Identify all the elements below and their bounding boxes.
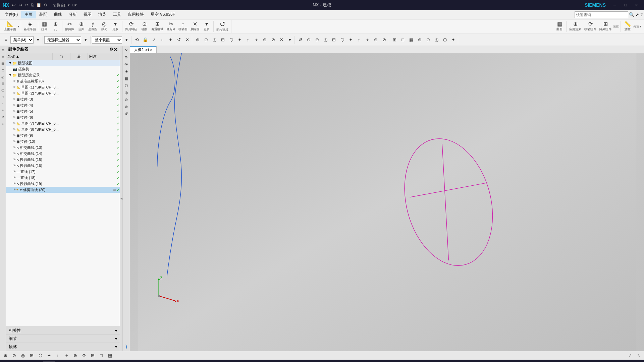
sel5[interactable]: ⬡ (227, 36, 235, 44)
window-btn[interactable]: □▾ (72, 3, 77, 7)
menu-appmodule[interactable]: 应用模块 (124, 11, 147, 18)
close-btn[interactable]: ✕ (631, 2, 641, 8)
hole-btn[interactable]: ⊕ 孔 (50, 21, 61, 32)
tree-extrude-9[interactable]: 👁 ▦ 拉伸 (9) ✓ (6, 132, 120, 138)
shell-btn[interactable]: ◎ 抽壳 (99, 21, 110, 32)
tree-project-16[interactable]: 👁 ∿ 投影曲线 (16) ✓ (6, 163, 120, 169)
left-icon-8[interactable]: ✦ (0, 94, 6, 100)
vw2[interactable]: ⊙ (305, 36, 313, 44)
tree-datum-csys[interactable]: 👁 ⊕ 基准坐标系 (0) ✓ (6, 78, 120, 84)
menu-expand[interactable]: ▾ (34, 36, 42, 44)
tree-extrude-6[interactable]: 👁 ▦ 拉伸 (6) ✓ (6, 114, 120, 120)
copy-btn[interactable]: ⎘ (31, 3, 34, 7)
filter-expand[interactable]: ▾ (82, 36, 90, 44)
vw4[interactable]: ◎ (321, 36, 329, 44)
undo-btn[interactable]: ↩ (12, 2, 16, 8)
snap7[interactable]: ✕ (183, 36, 191, 44)
tree-camera[interactable]: 📷 摄像机 (6, 66, 120, 72)
redo-btn[interactable]: ↪ (18, 2, 22, 8)
bot-icon-7[interactable]: ↑ (54, 352, 62, 360)
more-btn[interactable]: ▾ 更多 (110, 21, 121, 32)
tree-extrude-4[interactable]: 👁 ▦ 拉伸 (4) ✓ (6, 102, 120, 108)
bot-icon-1[interactable]: ⊕ (1, 352, 9, 360)
left-icon-2[interactable]: ◈ (0, 54, 6, 59)
pattern-feat-btn[interactable]: ⟳ 阵列特征 (124, 21, 139, 32)
left-icon-12[interactable]: ⊕ (0, 121, 6, 126)
assembly-select[interactable]: 整个装配 (92, 36, 122, 44)
menu-tools[interactable]: 工具 (110, 11, 124, 18)
sketch-expand[interactable]: ▾ (18, 25, 19, 28)
rnd4[interactable]: ⊕ (416, 36, 424, 44)
direct-sketch-btn[interactable]: 📐 直接草图 (3, 21, 17, 32)
filter-select[interactable]: 无选择过滤器 (44, 36, 81, 44)
menu-curve[interactable]: 曲线 (51, 11, 65, 18)
tree-sketch-2[interactable]: 👁 📐 草图 (2) *SKETCH_0... ✓ (6, 90, 120, 96)
tree-sketch-7[interactable]: 👁 📐 草图 (7) *SKETCH_0... ✓ (6, 120, 120, 126)
combine-btn[interactable]: ⊕ 合并 (76, 21, 87, 32)
tree-project-19[interactable]: 👁 ∿ 投影曲线 (19) ✓ (6, 181, 120, 187)
menu-view[interactable]: 视图 (80, 11, 95, 18)
vp-resize-2[interactable]: ⤡ (635, 352, 643, 360)
delete-face-btn[interactable]: ✕ 删除面 (189, 21, 201, 32)
side-tool-2[interactable]: ⟳ (123, 54, 129, 60)
tree-extrude-3[interactable]: 👁 ▦ 拉伸 (3) ✓ (6, 96, 120, 102)
snap4[interactable]: ↔ (158, 36, 166, 44)
bot-icon-4[interactable]: ⊞ (28, 352, 36, 360)
viewport-canvas[interactable]: Z X (130, 53, 644, 351)
sel7[interactable]: ↑ (244, 36, 252, 44)
rnd7[interactable]: ⬡ (441, 36, 449, 44)
vw11[interactable]: ⊘ (380, 36, 388, 44)
nav-settings-icon[interactable]: ⚙ (109, 47, 113, 52)
tree-line-17[interactable]: 👁 — 直线 (17) ✓ (6, 169, 120, 175)
tree-intersect-14[interactable]: 👁 ∿ 相交曲线 (14) ✓ (6, 150, 120, 157)
side-tool-1[interactable]: ✕ (123, 47, 129, 53)
menu-analysis[interactable]: 分析 (65, 11, 80, 18)
left-icon-6[interactable]: ⊞ (0, 81, 6, 86)
measure-btn[interactable]: 📏 测量 (622, 21, 633, 32)
bot-icon-2[interactable]: ⊙ (10, 352, 18, 360)
bot-icon-5[interactable]: ⬡ (36, 352, 44, 360)
nav-preview[interactable]: 预览 ▾ (6, 343, 120, 351)
apply-constraint-btn[interactable]: ⊕ 应用规束 (568, 21, 583, 32)
trim-body2-btn[interactable]: ✂ 修剪体 (165, 21, 177, 32)
sel11[interactable]: ✕ (277, 36, 285, 44)
sel4[interactable]: ⊞ (219, 36, 227, 44)
sel12[interactable]: ▾ (286, 36, 294, 44)
nav-resize-handle[interactable]: ◀ (120, 46, 123, 351)
nav-related[interactable]: 相关性 ▾ (6, 327, 120, 335)
sel8[interactable]: ⌖ (252, 36, 260, 44)
rnd2[interactable]: □ (399, 36, 407, 44)
nav-detail[interactable]: 细节 ▾ (6, 335, 120, 343)
side-tool-6[interactable]: ⬡ (123, 82, 129, 88)
tree-extrude-5[interactable]: 👁 ▦ 拉伸 (5) ✓ (6, 108, 120, 114)
bot-icon-9[interactable]: ⊕ (71, 352, 79, 360)
bot-icon-11[interactable]: ⊞ (89, 352, 97, 360)
rnd8[interactable]: ✦ (449, 36, 457, 44)
side-tool-8[interactable]: ⊙ (123, 97, 129, 103)
pattern-component-btn[interactable]: ⊞ 阵列组件 (598, 21, 613, 32)
more2-btn[interactable]: ▾ 更多 (201, 21, 212, 32)
trim-body-btn[interactable]: ✂ 修剪体 (64, 21, 75, 32)
minimize-btn[interactable]: ─ (610, 2, 620, 8)
hamburger-btn[interactable]: ≡ (2, 36, 10, 44)
bot-icon-6[interactable]: ✦ (45, 352, 53, 360)
vw6[interactable]: ⬡ (338, 36, 346, 44)
tree-sketch-1[interactable]: 👁 📐 草图 (1) *SKETCH_0... ✓ (6, 84, 120, 90)
surface-btn[interactable]: ▦ 曲面 (554, 21, 565, 32)
tree-line-18[interactable]: 👁 — 直线 (18) ✓ (6, 175, 120, 181)
side-tool-3[interactable]: 👁 (123, 61, 129, 67)
vw5[interactable]: ⊞ (330, 36, 338, 44)
nav-close-icon[interactable]: ✕ (114, 47, 118, 52)
bot-icon-12[interactable]: □ (97, 352, 105, 360)
snap3[interactable]: ↗ (150, 36, 158, 44)
tree-model-history[interactable]: ▼ 📁 模型历史记录 ✓ (6, 72, 120, 78)
vw10[interactable]: ⊕ (372, 36, 380, 44)
switch-window-btn[interactable]: 切换窗口▾ (53, 3, 70, 8)
menu-assembly[interactable]: 装配 (36, 11, 51, 18)
search-icon[interactable]: 🔍 (629, 12, 634, 17)
snap5[interactable]: ✦ (166, 36, 174, 44)
left-icon-11[interactable]: ↺ (0, 114, 6, 120)
rnd5[interactable]: ⊙ (424, 36, 432, 44)
snap2[interactable]: 🔒 (141, 36, 149, 44)
bot-icon-3[interactable]: ◎ (19, 352, 27, 360)
